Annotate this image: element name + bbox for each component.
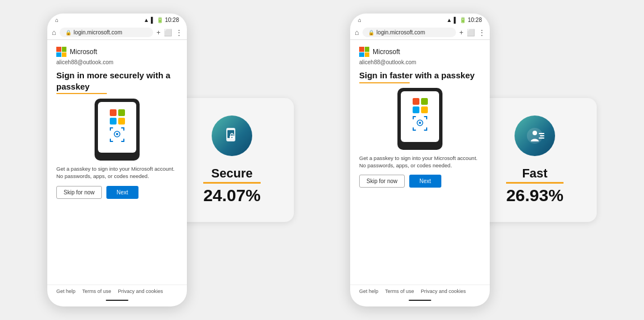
button-row-2: Skip for now Next [359, 175, 481, 188]
signal-icon-2: ▌ [454, 17, 458, 23]
footer-get-help-2[interactable]: Get help [359, 288, 378, 294]
time-2: 10:28 [468, 17, 482, 23]
card-1-percent: 24.07% [203, 186, 261, 205]
page-footer-1: Get help Terms of use Privacy and cookie… [47, 285, 187, 300]
status-bar-2: ⌂ ▲ ▌ 🔋 10:28 [350, 14, 490, 25]
face-scan-icon-1 [109, 127, 125, 146]
fast-icon [524, 125, 546, 147]
status-home-icon: ⌂ [55, 17, 59, 23]
ms-grid-icon-2 [359, 47, 369, 57]
card-2: Fast 26.93% [473, 98, 597, 222]
footer-privacy-2[interactable]: Privacy and cookies [421, 288, 466, 294]
svg-rect-21 [426, 127, 427, 131]
tab-switch-icon-1[interactable]: ⬜ [164, 29, 172, 37]
phone-illustration-2 [359, 88, 481, 150]
card-2-percent: 26.93% [506, 186, 564, 205]
ms-name-2: Microsoft [373, 48, 400, 56]
wifi-icon-2: ▲ [446, 17, 452, 23]
ms-grid-icon-1 [56, 47, 66, 57]
add-tab-icon-2[interactable]: + [459, 29, 463, 37]
browser-home-icon-2: ⌂ [355, 28, 359, 37]
ms-name-1: Microsoft [70, 48, 97, 56]
phone-illus-screen-2 [401, 91, 439, 142]
time-1: 10:28 [165, 17, 179, 23]
menu-icon-2[interactable]: ⋮ [478, 29, 485, 37]
browser-url-2[interactable]: 🔒 login.microsoft.com [363, 28, 456, 37]
phone-2: ⌂ ▲ ▌ 🔋 10:28 ⌂ 🔒 login.microsoft.com + … [350, 14, 490, 306]
page-content-1: Microsoft aliceh88@outlook.com Sign in m… [47, 40, 187, 285]
description-text-2: Get a passkey to sign into your Microsof… [359, 154, 481, 170]
lock-icon-2: 🔒 [368, 30, 374, 35]
next-button-1[interactable]: Next [106, 186, 138, 199]
skip-button-2[interactable]: Skip for now [359, 175, 405, 188]
browser-actions-1: + ⬜ ⋮ [156, 29, 182, 37]
url-text-1: login.microsoft.com [74, 29, 122, 35]
battery-icon: 🔋 [156, 17, 163, 23]
browser-home-icon-1: ⌂ [52, 28, 56, 37]
status-bar-1: ⌂ ▲ ▌ 🔋 10:28 [47, 14, 187, 25]
svg-rect-19 [413, 127, 414, 131]
svg-rect-15 [413, 116, 414, 119]
svg-point-9 [116, 133, 118, 135]
svg-point-13 [231, 137, 232, 138]
card-2-underline [506, 182, 564, 184]
phone-1: ⌂ ▲ ▌ 🔋 10:28 ⌂ 🔒 login.microsoft.com + … [47, 14, 187, 306]
footer-terms-1[interactable]: Terms of use [82, 288, 111, 294]
page-footer-2: Get help Terms of use Privacy and cookie… [350, 285, 490, 300]
group-1: ⌂ ▲ ▌ 🔋 10:28 ⌂ 🔒 login.microsoft.com + … [47, 14, 294, 306]
page-title-2: Sign in faster with a passkey [359, 70, 481, 81]
add-tab-icon-1[interactable]: + [156, 29, 160, 37]
phone-illus-device-2 [397, 88, 442, 150]
browser-actions-2: + ⬜ ⋮ [459, 29, 485, 37]
svg-rect-1 [110, 127, 111, 131]
face-scan-icon-2 [412, 115, 428, 135]
tab-switch-icon-2[interactable]: ⬜ [467, 29, 475, 37]
svg-point-25 [533, 131, 537, 135]
phone-illus-screen-1 [98, 102, 136, 153]
browser-url-1[interactable]: 🔒 login.microsoft.com [60, 28, 153, 37]
card-2-label: Fast [506, 166, 564, 181]
svg-rect-5 [110, 139, 111, 142]
footer-home-bar-1 [106, 300, 128, 301]
footer-terms-2[interactable]: Terms of use [385, 288, 414, 294]
status-home-icon-2: ⌂ [358, 17, 361, 23]
svg-rect-7 [123, 139, 124, 142]
browser-bar-1: ⌂ 🔒 login.microsoft.com + ⬜ ⋮ [47, 25, 187, 40]
wifi-icon: ▲ [144, 17, 149, 23]
footer-home-bar-2 [409, 300, 431, 301]
url-text-2: login.microsoft.com [377, 29, 425, 35]
secure-icon [221, 125, 243, 147]
browser-bar-2: ⌂ 🔒 login.microsoft.com + ⬜ ⋮ [350, 25, 490, 40]
svg-rect-3 [123, 127, 124, 131]
status-icons-1: ▲ ▌ 🔋 10:28 [144, 17, 179, 23]
phone-illus-device-1 [95, 99, 140, 161]
menu-icon-1[interactable]: ⋮ [176, 29, 182, 37]
signal-icon: ▌ [151, 17, 155, 23]
card-1: Secure 24.07% [170, 98, 294, 222]
group-2: ⌂ ▲ ▌ 🔋 10:28 ⌂ 🔒 login.microsoft.com + … [350, 14, 597, 306]
fast-icon-circle [515, 115, 555, 156]
card-2-content: Fast 26.93% [495, 166, 575, 205]
next-button-2[interactable]: Next [409, 175, 441, 188]
phone-illustration-1 [56, 99, 178, 161]
button-row-1: Skip for now Next [56, 186, 178, 199]
battery-icon-2: 🔋 [459, 17, 466, 23]
footer-get-help-1[interactable]: Get help [56, 288, 75, 294]
account-email-1: aliceh88@outlook.com [56, 59, 178, 65]
lock-icon-1: 🔒 [65, 30, 71, 35]
page-title-1: Sign in more securely with a passkey [56, 70, 178, 92]
title-underline-2 [359, 82, 410, 83]
title-underline-1 [56, 93, 107, 94]
card-1-underline [203, 182, 261, 184]
status-icons-2: ▲ ▌ 🔋 10:28 [446, 17, 482, 23]
skip-button-1[interactable]: Skip for now [56, 186, 102, 199]
ms-logo-1: Microsoft [56, 47, 178, 57]
card-1-label: Secure [203, 166, 261, 181]
page-content-2: Microsoft aliceh88@outlook.com Sign in f… [350, 40, 490, 285]
phone-illus-app-icons-1 [110, 109, 125, 125]
description-text-1: Get a passkey to sign into your Microsof… [56, 165, 178, 180]
footer-privacy-1[interactable]: Privacy and cookies [118, 288, 163, 294]
svg-rect-17 [426, 116, 427, 119]
secure-icon-circle [212, 115, 252, 156]
svg-point-23 [419, 122, 421, 124]
